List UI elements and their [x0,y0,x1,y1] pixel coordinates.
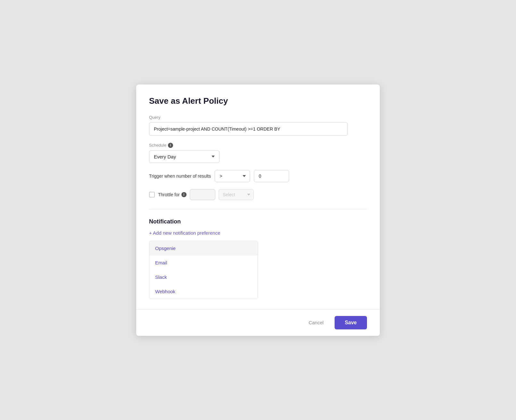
save-alert-policy-dialog: Save as Alert Policy Query Schedule i Ev… [136,85,380,336]
throttle-row: Throttle for i Select Minutes Hours Days [149,189,367,200]
section-divider [149,209,367,209]
schedule-field-group: Schedule i Every Day Every Hour Every We… [149,143,367,163]
dialog-footer: Cancel Save [136,309,380,336]
throttle-checkbox[interactable] [149,192,155,198]
throttle-label: Throttle for i [158,192,187,197]
dialog-body: Save as Alert Policy Query Schedule i Ev… [136,85,380,309]
trigger-label: Trigger when number of results [149,174,211,179]
cancel-button[interactable]: Cancel [303,317,329,328]
save-button[interactable]: Save [335,316,367,329]
notification-dropdown: Opsgenie Email Slack Webhook [149,241,258,299]
query-input[interactable] [149,122,348,136]
notification-option-webhook[interactable]: Webhook [149,284,258,299]
schedule-label-text: Schedule [149,143,166,148]
notification-option-email[interactable]: Email [149,255,258,270]
notification-option-slack[interactable]: Slack [149,270,258,284]
notification-section: Notification + Add new notification pref… [149,218,367,299]
throttle-label-text: Throttle for [158,192,180,197]
trigger-operator-select[interactable]: > >= < <= = [215,170,250,182]
throttle-info-icon: i [181,192,187,197]
dialog-title: Save as Alert Policy [149,96,367,106]
throttle-unit-select[interactable]: Select Minutes Hours Days [219,189,254,200]
throttle-number-input[interactable] [190,189,215,200]
query-field-group: Query [149,115,367,136]
notification-option-opsgenie[interactable]: Opsgenie [149,241,258,255]
notification-title: Notification [149,218,367,225]
add-notification-link[interactable]: + Add new notification preference [149,230,220,236]
schedule-info-icon: i [168,143,173,148]
trigger-value-input[interactable] [254,170,289,182]
schedule-select[interactable]: Every Day Every Hour Every Week Every Mo… [149,150,220,163]
schedule-label: Schedule i [149,143,367,148]
trigger-row: Trigger when number of results > >= < <=… [149,170,367,182]
query-label-text: Query [149,115,160,120]
query-label: Query [149,115,367,120]
